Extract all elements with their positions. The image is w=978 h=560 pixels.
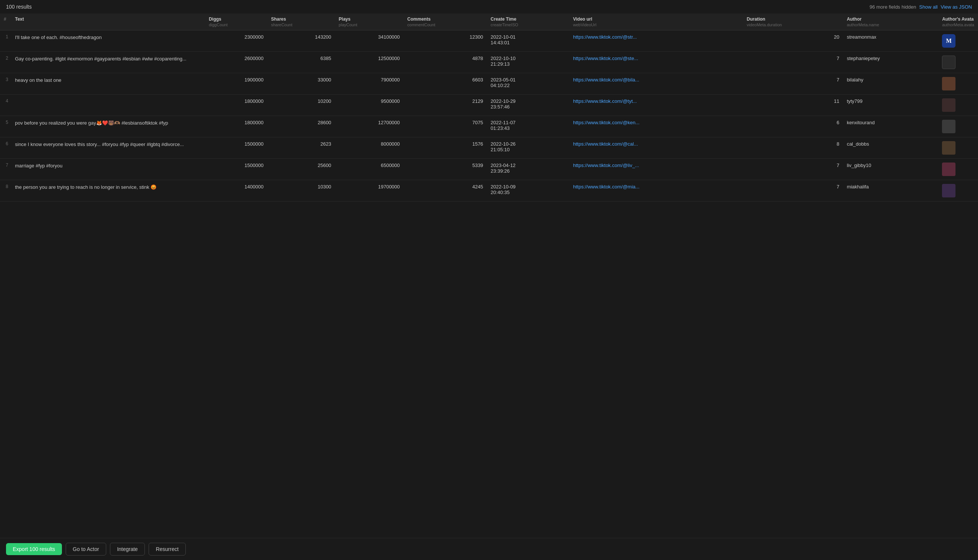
row-video-url[interactable]: https://www.tiktok.com/@mia... [569, 180, 743, 202]
row-plays: 9500000 [335, 95, 404, 116]
go-to-actor-button[interactable]: Go to Actor [66, 543, 106, 555]
col-shares: Shares shareCount [267, 13, 335, 30]
row-video-url[interactable]: https://www.tiktok.com/@liv_... [569, 159, 743, 180]
row-avatar [938, 137, 978, 159]
results-count: 100 results [6, 4, 32, 10]
avatar-image [942, 184, 955, 197]
avatar-image: M [942, 34, 955, 48]
col-author: Author authorMeta.name [843, 13, 938, 30]
row-comments: 4878 [403, 52, 487, 73]
row-create-time: 2023-04-12 23:39:26 [487, 159, 569, 180]
row-duration: 7 [743, 52, 843, 73]
table-row: 8 the person you are trying to reach is … [0, 180, 978, 202]
row-author: streamonmax [843, 30, 938, 52]
row-diggs: 1500000 [205, 159, 267, 180]
row-plays: 19700000 [335, 180, 404, 202]
row-num: 3 [0, 73, 11, 95]
row-comments: 7075 [403, 116, 487, 137]
row-diggs: 1900000 [205, 73, 267, 95]
avatar-image [942, 163, 955, 176]
row-shares: 6385 [267, 52, 335, 73]
table-row: 5 pov before you realized you were gay🦊❤… [0, 116, 978, 137]
col-video-url: Video url webVideoUrl [569, 13, 743, 30]
row-num: 1 [0, 30, 11, 52]
row-text: heavy on the last one [11, 73, 205, 95]
row-text: since I know everyone loves this story..… [11, 137, 205, 159]
row-avatar [938, 52, 978, 73]
row-duration: 6 [743, 116, 843, 137]
row-num: 2 [0, 52, 11, 73]
table-body: 1 I'll take one of each. #houseofthedrag… [0, 30, 978, 202]
table-row: 6 since I know everyone loves this story… [0, 137, 978, 159]
table-row: 4 1800000 10200 9500000 2129 2022-10-29 … [0, 95, 978, 116]
row-video-url[interactable]: https://www.tiktok.com/@bila... [569, 73, 743, 95]
row-text: I'll take one of each. #houseofthedragon [11, 30, 205, 52]
row-video-url[interactable]: https://www.tiktok.com/@cal... [569, 137, 743, 159]
table-row: 1 I'll take one of each. #houseofthedrag… [0, 30, 978, 52]
row-comments: 5339 [403, 159, 487, 180]
row-avatar [938, 159, 978, 180]
row-create-time: 2023-05-01 04:10:22 [487, 73, 569, 95]
hidden-fields-label: 96 more fields hidden [870, 4, 916, 10]
row-avatar [938, 73, 978, 95]
row-duration: 20 [743, 30, 843, 52]
row-num: 8 [0, 180, 11, 202]
row-create-time: 2022-10-10 21:29:13 [487, 52, 569, 73]
table-row: 3 heavy on the last one 1900000 33000 79… [0, 73, 978, 95]
row-author: stephaniepetey [843, 52, 938, 73]
row-plays: 12700000 [335, 116, 404, 137]
row-avatar [938, 95, 978, 116]
row-create-time: 2022-10-01 14:43:01 [487, 30, 569, 52]
row-video-url[interactable]: https://www.tiktok.com/@str... [569, 30, 743, 52]
avatar-image [942, 141, 955, 155]
top-bar-actions: 96 more fields hidden Show all View as J… [870, 4, 972, 10]
col-comments: Comments commentCount [403, 13, 487, 30]
row-create-time: 2022-10-26 21:05:10 [487, 137, 569, 159]
col-diggs: Diggs diggCount [205, 13, 267, 30]
row-shares: 10200 [267, 95, 335, 116]
row-shares: 28600 [267, 116, 335, 137]
row-duration: 11 [743, 95, 843, 116]
view-json-link[interactable]: View as JSON [940, 4, 972, 10]
row-comments: 2129 [403, 95, 487, 116]
show-all-link[interactable]: Show all [919, 4, 938, 10]
integrate-button[interactable]: Integrate [110, 543, 145, 555]
row-text [11, 95, 205, 116]
table-row: 7 marriage #fyp #foryou 1500000 25600 65… [0, 159, 978, 180]
row-diggs: 2300000 [205, 30, 267, 52]
row-diggs: 2600000 [205, 52, 267, 73]
row-video-url[interactable]: https://www.tiktok.com/@tyt... [569, 95, 743, 116]
avatar-image [942, 98, 955, 112]
row-video-url[interactable]: https://www.tiktok.com/@ken... [569, 116, 743, 137]
row-create-time: 2022-11-07 01:23:43 [487, 116, 569, 137]
row-shares: 10300 [267, 180, 335, 202]
row-author: miakhalifa [843, 180, 938, 202]
export-button[interactable]: Export 100 results [6, 543, 62, 555]
row-plays: 12500000 [335, 52, 404, 73]
row-comments: 1576 [403, 137, 487, 159]
row-comments: 12300 [403, 30, 487, 52]
row-plays: 34100000 [335, 30, 404, 52]
row-diggs: 1500000 [205, 137, 267, 159]
row-plays: 7900000 [335, 73, 404, 95]
row-text: Gay co-parenting. #lgbt #exmormon #gaypa… [11, 52, 205, 73]
row-text: the person you are trying to reach is no… [11, 180, 205, 202]
row-duration: 7 [743, 159, 843, 180]
row-video-url[interactable]: https://www.tiktok.com/@ste... [569, 52, 743, 73]
table-wrapper: # Text Diggs diggCount Shares shareCount… [0, 13, 978, 538]
resurrect-button[interactable]: Resurrect [148, 543, 186, 555]
row-num: 5 [0, 116, 11, 137]
row-author: kenxitourand [843, 116, 938, 137]
col-plays: Plays playCount [335, 13, 404, 30]
row-diggs: 1400000 [205, 180, 267, 202]
col-create-time: Create Time createTimeISO [487, 13, 569, 30]
row-duration: 8 [743, 137, 843, 159]
row-author: liv_gibby10 [843, 159, 938, 180]
row-text: marriage #fyp #foryou [11, 159, 205, 180]
row-duration: 7 [743, 73, 843, 95]
row-create-time: 2022-10-09 20:40:35 [487, 180, 569, 202]
results-table: # Text Diggs diggCount Shares shareCount… [0, 13, 978, 202]
avatar-image [942, 120, 955, 133]
row-comments: 6603 [403, 73, 487, 95]
footer: Export 100 results Go to Actor Integrate… [0, 538, 978, 560]
